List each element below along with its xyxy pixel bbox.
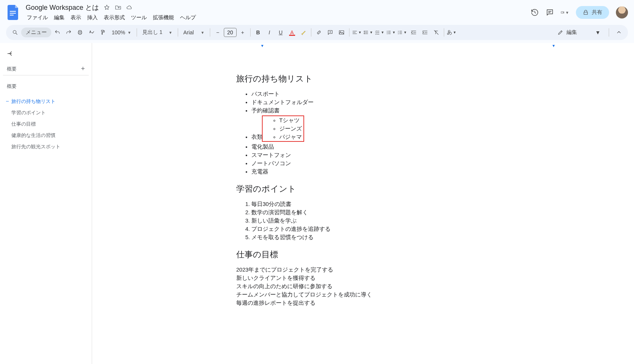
outline-item[interactable]: 旅行先の観光スポット: [3, 141, 89, 152]
insert-image-button[interactable]: [336, 27, 347, 38]
insert-link-button[interactable]: [314, 27, 324, 38]
docs-logo[interactable]: [6, 5, 21, 20]
menu-help[interactable]: ヘルプ: [177, 13, 199, 23]
outline-item[interactable]: 健康的な生活の習慣: [3, 130, 89, 141]
svg-rect-2: [10, 15, 14, 15]
outline-item[interactable]: 旅行の持ち物リスト: [3, 96, 89, 107]
list-item[interactable]: 電化製品: [251, 143, 490, 151]
document-title[interactable]: Google Workspace とは: [24, 2, 100, 13]
move-folder-icon[interactable]: [115, 4, 122, 11]
outline-header-label: 概要: [7, 66, 17, 72]
list-item[interactable]: ジーンズ: [279, 124, 302, 133]
font-size-increase[interactable]: +: [237, 27, 248, 38]
outline-collapse-icon[interactable]: [6, 49, 15, 58]
svg-point-5: [340, 31, 341, 32]
account-avatar[interactable]: [616, 6, 628, 18]
paint-format-button[interactable]: [97, 27, 108, 38]
decrease-indent-button[interactable]: [408, 27, 419, 38]
list-item[interactable]: 予約確認書: [251, 106, 490, 115]
highlight-button[interactable]: [298, 27, 309, 38]
text-color-button[interactable]: A: [287, 27, 297, 38]
paragraph[interactable]: 毎週の進捗レポートを提出する: [236, 299, 490, 307]
travel-list[interactable]: パスポート ドキュメントフォルダー 予約確認書 衣類 Tシャツ ジーンズ パジャ…: [236, 90, 490, 176]
menu-view[interactable]: 表示: [68, 13, 84, 23]
outline-add-icon[interactable]: +: [81, 65, 85, 73]
star-icon[interactable]: [103, 4, 110, 11]
list-item[interactable]: 充電器: [251, 167, 490, 176]
bold-button[interactable]: B: [253, 27, 263, 38]
list-item[interactable]: パジャマ: [279, 133, 302, 141]
svg-point-7: [387, 32, 388, 33]
outline-item[interactable]: 学習のポイント: [3, 107, 89, 118]
outline-pane: 概要 + 概要 旅行の持ち物リスト学習のポイント仕事の目標健康的な生活の習慣旅行…: [0, 43, 92, 364]
menu-tools[interactable]: ツール: [128, 13, 149, 23]
font-size-decrease[interactable]: −: [212, 27, 223, 38]
search-icon[interactable]: [10, 27, 20, 38]
list-item[interactable]: 新しい語彙を学ぶ: [251, 217, 490, 225]
list-item[interactable]: メモを取る習慣をつける: [251, 233, 490, 241]
ruler-indent-left-icon[interactable]: ▾: [261, 43, 263, 48]
bulleted-list-button[interactable]: ▼: [386, 27, 396, 38]
menu-file[interactable]: ファイル: [24, 13, 51, 23]
menu-insert[interactable]: 挿入: [85, 13, 100, 23]
study-points-list[interactable]: 毎日30分の読書 数学の演習問題を解く 新しい語彙を学ぶ プロジェクトの進捗を追…: [236, 200, 490, 241]
list-item[interactable]: スマートフォン: [251, 151, 490, 159]
clear-formatting-button[interactable]: [431, 27, 442, 38]
paragraph[interactable]: スキルの向上のために研修に参加する: [236, 282, 490, 290]
increase-indent-button[interactable]: [420, 27, 430, 38]
page[interactable]: 旅行の持ち物リスト パスポート ドキュメントフォルダー 予約確認書 衣類 Tシャ…: [209, 51, 517, 322]
heading-work-goals[interactable]: 仕事の目標: [236, 249, 490, 260]
redo-button[interactable]: [63, 27, 74, 38]
line-spacing-button[interactable]: ▼: [363, 27, 374, 38]
svg-point-8: [387, 34, 388, 34]
insert-comment-button[interactable]: [325, 27, 335, 38]
style-select[interactable]: 見出し 1▼: [139, 29, 175, 36]
menu-extensions[interactable]: 拡張機能: [150, 13, 177, 23]
font-select[interactable]: Arial▼: [180, 29, 208, 35]
list-item[interactable]: 数学の演習問題を解く: [251, 208, 490, 217]
zoom-select[interactable]: 100%▼: [109, 29, 134, 35]
numbered-list-button[interactable]: 123▼: [397, 27, 408, 38]
checklist-button[interactable]: ▼: [374, 27, 385, 38]
italic-button[interactable]: I: [264, 27, 275, 38]
list-item[interactable]: ドキュメントフォルダー: [251, 98, 490, 106]
editing-mode-select[interactable]: 編集 ▼: [554, 28, 604, 37]
list-item[interactable]: 衣類 Tシャツ ジーンズ パジャマ: [251, 115, 490, 143]
outline-item[interactable]: 仕事の目標: [3, 118, 89, 130]
menu-format[interactable]: 表示形式: [101, 13, 128, 23]
menu-edit[interactable]: 編集: [51, 13, 67, 23]
share-button-label: 共有: [592, 9, 602, 16]
paragraph[interactable]: 2023年までにプロジェクトを完了する: [236, 266, 490, 274]
list-item[interactable]: Tシャツ: [279, 116, 302, 124]
underline-button[interactable]: U: [275, 27, 286, 38]
paragraph[interactable]: 新しいクライアントを獲得する: [236, 274, 490, 282]
svg-text:3: 3: [398, 33, 399, 35]
collapse-toolbar-button[interactable]: [614, 27, 624, 38]
font-size-input[interactable]: 20: [224, 28, 237, 37]
list-item[interactable]: パスポート: [251, 90, 490, 98]
history-icon[interactable]: [531, 8, 539, 17]
input-method-button[interactable]: あ▼: [446, 27, 457, 38]
menu-pill[interactable]: メニュー: [21, 28, 51, 37]
print-button[interactable]: [75, 27, 85, 38]
meet-icon[interactable]: ▼: [561, 8, 569, 17]
heading-study-points[interactable]: 学習のポイント: [236, 183, 490, 195]
svg-point-3: [13, 31, 16, 34]
list-item[interactable]: プロジェクトの進捗を追跡する: [251, 225, 490, 233]
app-header: Google Workspace とは ファイル 編集 表示 挿入 表示形式 ツ…: [0, 0, 634, 23]
heading-travel-list[interactable]: 旅行の持ち物リスト: [236, 73, 490, 84]
comments-icon[interactable]: [546, 8, 554, 17]
svg-point-6: [387, 31, 388, 32]
svg-rect-0: [10, 11, 16, 12]
ruler-indent-right-icon[interactable]: ▾: [552, 43, 555, 48]
menu-bar: ファイル 編集 表示 挿入 表示形式 ツール 拡張機能 ヘルプ: [24, 13, 528, 23]
list-item[interactable]: ノートパソコン: [251, 159, 490, 167]
cloud-status-icon[interactable]: [126, 4, 133, 11]
align-button[interactable]: ▼: [352, 27, 362, 38]
paragraph[interactable]: チームメンバーと協力してプロジェクトを成功に導く: [236, 290, 490, 299]
list-item[interactable]: 毎日30分の読書: [251, 200, 490, 208]
share-button[interactable]: 共有: [576, 6, 609, 19]
undo-button[interactable]: [52, 27, 63, 38]
document-canvas[interactable]: ▾ ▾ 旅行の持ち物リスト パスポート ドキュメントフォルダー 予約確認書 衣類…: [92, 43, 634, 364]
spellcheck-button[interactable]: [86, 27, 97, 38]
